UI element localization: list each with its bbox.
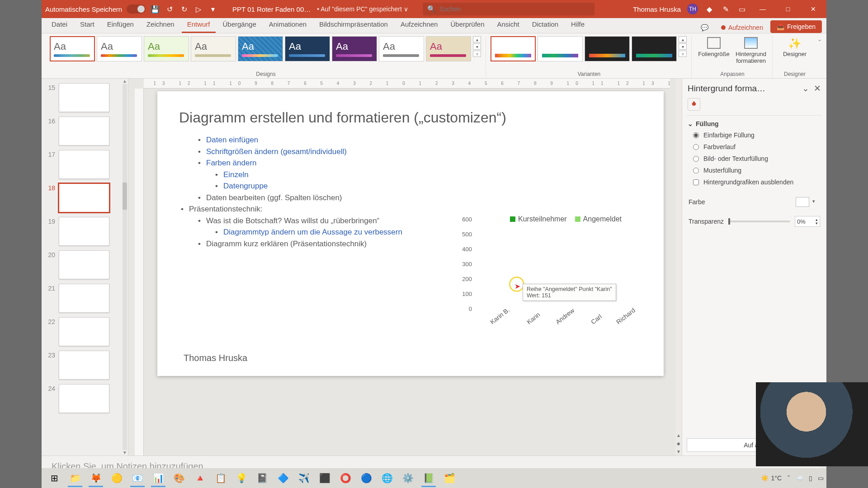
chart[interactable]: Kursteilnehmer Angemeldet 01002003004005… <box>456 213 637 340</box>
present-from-start-icon[interactable]: ▷ <box>193 4 203 14</box>
tab-hilfe[interactable]: Hilfe <box>566 18 590 33</box>
theme-card[interactable]: Aa <box>238 36 283 61</box>
tab-dictation[interactable]: Dictation <box>527 18 564 33</box>
diamond-icon[interactable]: ◆ <box>704 4 714 14</box>
format-background-button[interactable]: Hintergrund formatieren <box>733 36 769 68</box>
tray-chevron-icon[interactable]: ˄ <box>787 474 790 482</box>
collapse-ribbon-icon[interactable]: ⌄ <box>817 36 822 44</box>
tab-bildschirm[interactable]: Bildschirmpräsentation <box>314 18 393 33</box>
slide-thumb[interactable]: 19 <box>45 217 118 246</box>
tab-datei[interactable]: Datei <box>46 18 73 33</box>
theme-card[interactable]: Aa <box>97 36 142 61</box>
record-button[interactable]: Aufzeichnen <box>716 22 769 33</box>
taskbar-explorer-icon[interactable]: 📁 <box>65 469 85 487</box>
slide-thumb[interactable]: 18 <box>45 183 118 212</box>
user-name[interactable]: Thomas Hruska <box>633 5 681 13</box>
save-icon[interactable]: 💾 <box>150 4 160 14</box>
taskbar-app-icon[interactable]: 🎨 <box>169 469 189 487</box>
variant-card[interactable] <box>632 36 677 61</box>
next-slide-icon[interactable]: ▼ <box>676 449 681 454</box>
system-tray[interactable]: ☀️ 1°C ˄ ☁️ ▯ ▭ <box>761 474 824 482</box>
bullet-item[interactable]: Farben ändern <box>196 157 642 169</box>
taskbar-excel-icon[interactable]: 📗 <box>419 469 439 487</box>
slide-thumb[interactable]: 24 <box>45 384 118 413</box>
taskbar-powerpoint-icon[interactable]: 📊 <box>148 469 168 487</box>
slide-thumb[interactable]: 23 <box>45 351 118 380</box>
quick-access-more-icon[interactable]: ▾ <box>208 4 218 14</box>
tab-einfuegen[interactable]: Einfügen <box>102 18 139 33</box>
prev-slide-icon[interactable]: ▲ <box>676 433 681 438</box>
taskbar-onenote-icon[interactable]: 📓 <box>252 469 272 487</box>
theme-card[interactable]: Aa <box>379 36 424 61</box>
fill-section[interactable]: ⌄Füllung <box>682 117 826 129</box>
themes-more[interactable]: ▴▾▿ <box>473 36 482 57</box>
slide-thumb[interactable]: 22 <box>45 317 118 346</box>
opt-hide-bg-graphics[interactable]: Hintergrundgrafiken ausblenden <box>682 176 826 188</box>
weather-widget[interactable]: ☀️ 1°C <box>761 474 782 482</box>
opt-picture-fill[interactable]: Bild- oder Texturfüllung <box>682 153 826 164</box>
theme-card[interactable]: Aa <box>144 36 189 61</box>
slide-thumb[interactable]: 17 <box>45 150 118 179</box>
pane-close-icon[interactable]: ✕ <box>814 83 821 94</box>
theme-card[interactable]: Aa <box>50 36 95 61</box>
tab-start[interactable]: Start <box>75 18 100 33</box>
tab-animationen[interactable]: Animationen <box>264 18 312 33</box>
tray-onedrive-icon[interactable]: ☁️ <box>796 474 803 482</box>
theme-card[interactable]: Aa <box>426 36 471 61</box>
variant-card[interactable] <box>491 36 536 61</box>
theme-card[interactable]: Aa <box>332 36 377 61</box>
search-input[interactable] <box>439 5 590 13</box>
taskbar-telegram-icon[interactable]: ✈️ <box>294 469 314 487</box>
tab-ansicht[interactable]: Ansicht <box>492 18 525 33</box>
share-button[interactable]: 📤 Freigeben <box>770 20 822 33</box>
undo-icon[interactable]: ↺ <box>165 4 175 14</box>
scroll-down-icon[interactable]: ▾ <box>679 43 687 50</box>
taskbar-app-icon[interactable]: 🌐 <box>377 469 397 487</box>
taskbar-chrome-icon[interactable]: 🟡 <box>107 469 127 487</box>
fit-icon[interactable]: ◆ <box>677 441 680 446</box>
taskbar-app-icon[interactable]: 🗂️ <box>439 469 459 487</box>
start-button[interactable]: ⊞ <box>44 469 64 487</box>
tray-app-icon[interactable]: ▭ <box>818 474 824 482</box>
slide-canvas[interactable]: Diagramm erstellen und formatieren („cus… <box>157 91 664 376</box>
taskbar-vlc-icon[interactable]: 🔺 <box>190 469 210 487</box>
bullet-item[interactable]: Daten einfügen <box>196 134 642 146</box>
save-status[interactable]: • Auf "diesem PC" gespeichert ∨ <box>317 5 408 13</box>
taskbar-app-icon[interactable]: 🔵 <box>356 469 376 487</box>
scroll-down-icon[interactable]: ▾ <box>473 43 481 50</box>
slide-title[interactable]: Diagramm erstellen und formatieren („cus… <box>179 109 642 126</box>
theme-card[interactable]: Aa <box>191 36 236 61</box>
editor-scrollbar[interactable]: ▲◆▼ <box>675 79 682 455</box>
autosave-toggle[interactable] <box>127 5 146 14</box>
user-avatar[interactable]: TH <box>687 4 698 14</box>
slide-thumb[interactable]: 15 <box>45 83 118 112</box>
scroll-down-icon[interactable]: ▼ <box>122 450 128 455</box>
fill-tab-icon[interactable] <box>688 98 700 111</box>
comments-icon[interactable]: 💬 <box>695 22 714 33</box>
bullet-item[interactable]: Daten bearbeiten (ggf. Spalten löschen) <box>196 192 642 204</box>
taskbar-outlook-icon[interactable]: 📧 <box>127 469 147 487</box>
expand-gallery-icon[interactable]: ▿ <box>473 51 481 57</box>
taskbar-app-icon[interactable]: 💡 <box>231 469 251 487</box>
variant-card[interactable] <box>538 36 583 61</box>
document-title[interactable]: PPT 01 Roter Faden 00… <box>232 5 311 13</box>
maximize-button[interactable]: □ <box>778 0 797 18</box>
taskbar-firefox-icon[interactable]: 🦊 <box>86 469 106 487</box>
transparency-value[interactable]: 0%▴▾ <box>795 216 820 227</box>
search-box[interactable]: 🔍 <box>423 3 594 15</box>
variant-card[interactable] <box>585 36 630 61</box>
slide-thumb[interactable]: 16 <box>45 117 118 145</box>
tray-battery-icon[interactable]: ▯ <box>809 474 812 482</box>
chart-plot[interactable]: 0100200300400500600 <box>475 226 637 315</box>
taskbar-app-icon[interactable]: 🔷 <box>273 469 293 487</box>
redo-icon[interactable]: ↻ <box>179 4 189 14</box>
taskbar-app-icon[interactable]: 📋 <box>211 469 231 487</box>
slide-thumb[interactable]: 21 <box>45 284 118 313</box>
theme-card[interactable]: Aa <box>285 36 330 61</box>
coming-soon-icon[interactable]: ✎ <box>721 4 731 14</box>
window-mode-icon[interactable]: ▭ <box>737 4 747 14</box>
taskbar-settings-icon[interactable]: ⚙️ <box>398 469 418 487</box>
tab-zeichnen[interactable]: Zeichnen <box>141 18 180 33</box>
bullet-item[interactable]: Schriftgrößen ändern (gesamt/individuell… <box>196 146 642 158</box>
minimize-button[interactable]: — <box>753 0 772 18</box>
